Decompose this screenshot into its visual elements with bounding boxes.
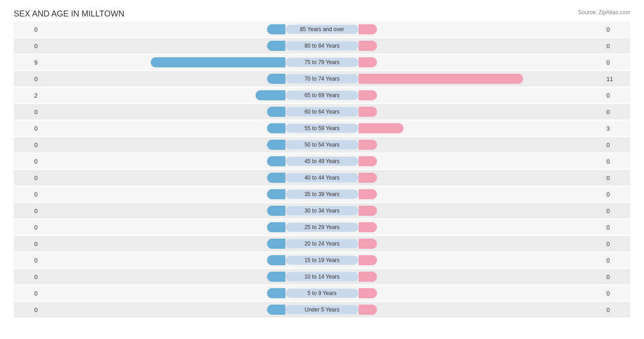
male-bar bbox=[267, 272, 285, 282]
chart-row: 0 50 to 54 Years 0 bbox=[14, 137, 630, 153]
male-bar-container bbox=[41, 24, 285, 34]
female-bar bbox=[359, 173, 377, 183]
female-value: 0 bbox=[603, 43, 630, 49]
bar-section: 65 to 69 Years bbox=[41, 87, 603, 103]
chart-row: 0 80 to 84 Years 0 bbox=[14, 38, 630, 54]
bar-section: 50 to 54 Years bbox=[41, 137, 603, 153]
female-value: 0 bbox=[603, 92, 630, 99]
bar-section: 55 to 59 Years bbox=[41, 120, 603, 136]
age-range-label: 40 to 44 Years bbox=[285, 173, 359, 182]
female-value: 11 bbox=[603, 76, 630, 82]
male-value: 0 bbox=[14, 158, 41, 165]
male-bar-container bbox=[41, 173, 285, 183]
male-value: 9 bbox=[14, 59, 41, 66]
female-bar bbox=[359, 74, 523, 84]
age-range-label: 70 to 74 Years bbox=[285, 74, 359, 83]
male-value: 0 bbox=[14, 306, 41, 313]
male-bar bbox=[267, 288, 285, 298]
female-bar bbox=[359, 123, 404, 133]
male-bar bbox=[267, 156, 285, 166]
female-value: 0 bbox=[603, 142, 630, 148]
female-bar-container bbox=[359, 156, 603, 166]
male-value: 0 bbox=[14, 191, 41, 198]
female-bar-container bbox=[359, 206, 603, 216]
bar-section: 70 to 74 Years bbox=[41, 71, 603, 87]
bar-section: 75 to 79 Years bbox=[41, 55, 603, 70]
bar-section: 25 to 29 Years bbox=[41, 219, 603, 235]
female-value: 0 bbox=[603, 208, 630, 214]
bar-section: 35 to 39 Years bbox=[41, 186, 603, 202]
female-bar bbox=[359, 255, 377, 265]
male-bar-container bbox=[41, 74, 285, 84]
female-value: 0 bbox=[603, 59, 630, 66]
male-bar bbox=[267, 189, 285, 199]
male-bar bbox=[267, 123, 285, 133]
chart-container: SEX AND AGE IN MILLTOWN Source: ZipAtlas… bbox=[0, 0, 644, 339]
female-value: 0 bbox=[603, 191, 630, 198]
female-value: 0 bbox=[603, 257, 630, 264]
female-value: 3 bbox=[603, 125, 630, 132]
female-bar-container bbox=[359, 74, 603, 84]
age-range-label: 80 to 84 Years bbox=[285, 41, 359, 50]
female-value: 0 bbox=[603, 290, 630, 297]
male-bar-container bbox=[41, 123, 285, 133]
male-bar-container bbox=[41, 206, 285, 216]
male-bar bbox=[267, 222, 285, 232]
female-value: 0 bbox=[603, 26, 630, 33]
male-value: 0 bbox=[14, 26, 41, 33]
female-bar bbox=[359, 24, 377, 34]
male-value: 0 bbox=[14, 290, 41, 297]
male-value: 0 bbox=[14, 175, 41, 181]
female-bar-container bbox=[359, 305, 603, 315]
male-bar bbox=[256, 90, 285, 100]
female-bar bbox=[359, 272, 377, 282]
chart-row: 0 10 to 14 Years 0 bbox=[14, 269, 630, 284]
male-bar bbox=[267, 206, 285, 216]
chart-area: 0 85 Years and over 0 0 80 to 84 Years bbox=[14, 22, 630, 306]
female-value: 0 bbox=[603, 175, 630, 181]
chart-row: 0 45 to 49 Years 0 bbox=[14, 153, 630, 169]
bar-section: 85 Years and over bbox=[41, 22, 603, 37]
female-bar-container bbox=[359, 41, 603, 51]
male-value: 0 bbox=[14, 142, 41, 148]
female-bar-container bbox=[359, 123, 603, 133]
source-label: Source: ZipAtlas.com bbox=[578, 9, 630, 16]
male-value: 0 bbox=[14, 273, 41, 280]
male-bar-container bbox=[41, 222, 285, 232]
male-bar bbox=[267, 74, 285, 84]
female-bar-container bbox=[359, 255, 603, 265]
male-bar-container bbox=[41, 57, 285, 67]
female-bar-container bbox=[359, 222, 603, 232]
male-bar-container bbox=[41, 156, 285, 166]
chart-row: 0 20 to 24 Years 0 bbox=[14, 236, 630, 252]
chart-row: 9 75 to 79 Years 0 bbox=[14, 55, 630, 70]
male-value: 0 bbox=[14, 43, 41, 49]
female-bar-container bbox=[359, 57, 603, 67]
female-bar bbox=[359, 90, 377, 100]
age-range-label: 60 to 64 Years bbox=[285, 107, 359, 116]
chart-row: 0 60 to 64 Years 0 bbox=[14, 104, 630, 120]
bar-section: 20 to 24 Years bbox=[41, 236, 603, 252]
male-bar-container bbox=[41, 305, 285, 315]
male-bar-container bbox=[41, 41, 285, 51]
female-value: 0 bbox=[603, 306, 630, 313]
female-bar bbox=[359, 140, 377, 150]
bar-section: 60 to 64 Years bbox=[41, 104, 603, 120]
female-bar bbox=[359, 305, 377, 315]
male-bar-container bbox=[41, 140, 285, 150]
male-value: 0 bbox=[14, 76, 41, 82]
female-bar-container bbox=[359, 107, 603, 117]
female-bar-container bbox=[359, 189, 603, 199]
female-value: 0 bbox=[603, 224, 630, 231]
female-bar bbox=[359, 239, 377, 249]
age-range-label: 75 to 79 Years bbox=[285, 58, 359, 67]
female-bar bbox=[359, 206, 377, 216]
female-bar-container bbox=[359, 272, 603, 282]
female-value: 0 bbox=[603, 158, 630, 165]
chart-row: 0 85 Years and over 0 bbox=[14, 22, 630, 37]
age-range-label: 5 to 9 Years bbox=[285, 289, 359, 298]
chart-row: 0 30 to 34 Years 0 bbox=[14, 203, 630, 219]
male-bar-container bbox=[41, 255, 285, 265]
bar-section: 40 to 44 Years bbox=[41, 170, 603, 186]
chart-row: 0 35 to 39 Years 0 bbox=[14, 186, 630, 202]
